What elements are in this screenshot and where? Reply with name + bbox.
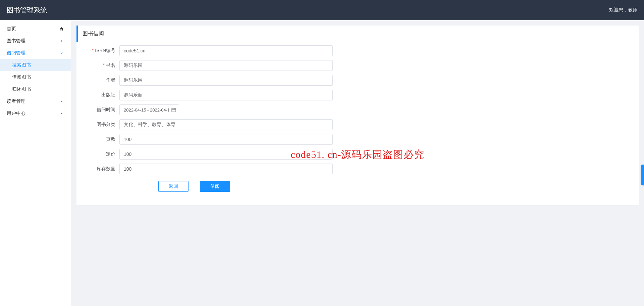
app-title: 图书管理系统 xyxy=(7,6,47,15)
label-name: 书名 xyxy=(82,62,119,69)
sidebar-subitem-search-book[interactable]: 搜索图书 xyxy=(0,59,71,71)
form-row-name: 书名 xyxy=(82,60,633,71)
sidebar-item-label: 借阅图书 xyxy=(12,74,31,80)
sidebar-item-reader-manage[interactable]: 读者管理 xyxy=(0,95,71,107)
sidebar-item-label: 归还图书 xyxy=(12,86,31,92)
sidebar-item-book-manage[interactable]: 图书管理 xyxy=(0,35,71,47)
content-area: 图书借阅 ISBN编号 书名 作者 出版社 xyxy=(71,20,644,306)
label-isbn: ISBN编号 xyxy=(82,48,119,54)
sidebar-subitem-return-book[interactable]: 归还图书 xyxy=(0,83,71,95)
sidebar-item-label: 借阅管理 xyxy=(7,50,25,56)
form-row-pages: 页数 xyxy=(82,134,633,145)
input-name[interactable] xyxy=(119,60,333,71)
home-icon xyxy=(59,27,64,31)
input-borrow-time[interactable] xyxy=(119,104,179,115)
form-row-borrow-time: 借阅时间 xyxy=(82,104,633,115)
borrow-form: ISBN编号 书名 作者 出版社 借阅时间 xyxy=(76,42,639,192)
label-price: 定价 xyxy=(82,151,119,157)
chevron-down-icon xyxy=(59,51,64,55)
sidebar-item-label: 搜索图书 xyxy=(12,62,31,68)
sidebar-item-user-center[interactable]: 用户中心 xyxy=(0,107,71,120)
label-publisher: 出版社 xyxy=(82,92,119,98)
form-row-price: 定价 xyxy=(82,149,633,160)
svg-rect-0 xyxy=(172,108,176,112)
form-row-author: 作者 xyxy=(82,75,633,86)
chevron-left-icon xyxy=(59,39,64,43)
sidebar: 首页 图书管理 借阅管理 搜索图书 借阅图书 归还图书 读者管理 xyxy=(0,20,71,306)
label-category: 图书分类 xyxy=(82,122,119,128)
input-publisher[interactable] xyxy=(119,90,333,100)
sidebar-item-label: 图书管理 xyxy=(7,38,25,44)
sidebar-item-label: 读者管理 xyxy=(7,98,25,104)
input-pages[interactable] xyxy=(119,134,333,145)
header: 图书管理系统 欢迎您，教师 xyxy=(0,0,644,20)
chevron-left-icon xyxy=(59,111,64,116)
input-category[interactable] xyxy=(119,119,333,130)
form-row-category: 图书分类 xyxy=(82,119,633,130)
form-row-isbn: ISBN编号 xyxy=(82,45,633,56)
input-price[interactable] xyxy=(119,149,333,160)
input-isbn[interactable] xyxy=(119,45,333,56)
calendar-icon xyxy=(171,107,176,113)
sidebar-item-home[interactable]: 首页 xyxy=(0,23,71,35)
label-borrow-time: 借阅时间 xyxy=(82,107,119,113)
label-pages: 页数 xyxy=(82,136,119,142)
sidebar-subitem-borrow-book[interactable]: 借阅图书 xyxy=(0,71,71,83)
input-stock[interactable] xyxy=(119,164,333,174)
chevron-left-icon xyxy=(59,99,64,104)
label-author: 作者 xyxy=(82,77,119,83)
form-row-publisher: 出版社 xyxy=(82,90,633,100)
label-stock: 库存数量 xyxy=(82,166,119,172)
panel: 图书借阅 ISBN编号 书名 作者 出版社 xyxy=(76,26,639,205)
panel-title: 图书借阅 xyxy=(76,26,639,42)
back-button[interactable]: 返回 xyxy=(158,181,189,192)
sidebar-item-label: 首页 xyxy=(7,26,16,32)
borrow-button[interactable]: 借阅 xyxy=(200,181,230,192)
form-row-stock: 库存数量 xyxy=(82,164,633,174)
scroll-indicator[interactable] xyxy=(641,165,644,185)
input-author[interactable] xyxy=(119,75,333,86)
sidebar-item-label: 用户中心 xyxy=(7,111,25,117)
sidebar-item-borrow-manage[interactable]: 借阅管理 xyxy=(0,47,71,59)
welcome-text[interactable]: 欢迎您，教师 xyxy=(609,7,637,13)
form-actions: 返回 借阅 xyxy=(82,181,633,192)
